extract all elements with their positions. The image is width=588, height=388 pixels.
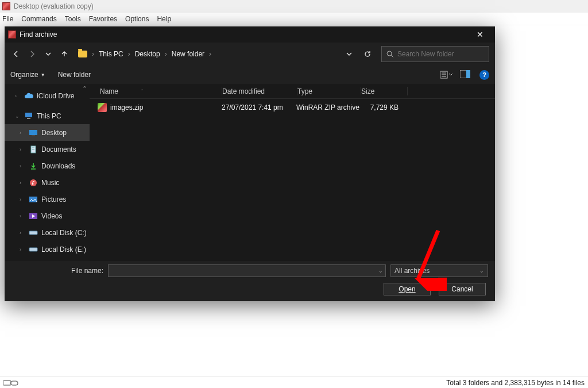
music-icon: [29, 178, 38, 187]
chevron-right-icon: ›: [20, 130, 25, 136]
tree-documents[interactable]: › Documents: [5, 141, 90, 157]
tool-row: Organize ▼ New folder ?: [5, 66, 495, 84]
tree-scroll-up-icon[interactable]: ⌃: [82, 85, 87, 93]
search-box[interactable]: [381, 46, 489, 62]
cloud-icon: [24, 91, 33, 101]
parent-window-title: Desktop (evaluation copy): [14, 2, 94, 10]
nav-forward-button[interactable]: [26, 48, 38, 60]
tree-local-disk-c[interactable]: › Local Disk (C:): [5, 224, 90, 241]
menu-tools[interactable]: Tools: [65, 15, 81, 23]
file-name: images.zip: [110, 103, 143, 112]
svg-rect-0: [3, 381, 10, 385]
menu-file[interactable]: File: [2, 15, 13, 23]
dialog-title: Find archive: [20, 30, 57, 39]
archive-icon: [98, 103, 107, 112]
disk-icon: [29, 245, 38, 254]
chevron-right-icon: ›: [164, 50, 168, 58]
find-archive-dialog: Find archive ✕ › This PC › Desktop › New…: [5, 26, 495, 301]
nav-recent-dropdown[interactable]: [42, 48, 54, 60]
close-button[interactable]: ✕: [469, 26, 492, 43]
view-mode-button[interactable]: [440, 70, 452, 79]
tree-this-pc[interactable]: ⌄ This PC: [5, 107, 90, 124]
organize-menu[interactable]: Organize ▼: [10, 71, 45, 79]
videos-icon: [29, 212, 38, 221]
file-type-combo[interactable]: All archives ⌄: [390, 264, 488, 277]
chevron-right-icon: ›: [127, 50, 131, 58]
nav-back-button[interactable]: [10, 48, 22, 60]
svg-rect-23: [29, 248, 37, 251]
search-input[interactable]: [397, 50, 484, 58]
svg-line-3: [391, 55, 393, 57]
crumb-this-pc[interactable]: This PC: [99, 50, 123, 58]
winrar-icon: [2, 2, 10, 10]
folder-tree[interactable]: ⌃ › iCloud Drive ⌄ This PC ›: [5, 84, 90, 261]
folder-icon: [78, 51, 87, 57]
tree-desktop[interactable]: › Desktop: [5, 124, 90, 141]
chevron-right-icon: ›: [20, 147, 25, 152]
chevron-right-icon: ›: [20, 230, 25, 236]
chevron-right-icon: ›: [91, 50, 95, 58]
document-icon: [29, 145, 38, 154]
parent-menubar[interactable]: File Commands Tools Favorites Options He…: [0, 13, 588, 25]
tree-music[interactable]: › Music: [5, 174, 90, 191]
svg-point-2: [387, 51, 392, 56]
svg-rect-22: [29, 231, 37, 235]
parent-titlebar: Desktop (evaluation copy): [0, 0, 588, 13]
pc-icon: [24, 112, 33, 121]
svg-rect-12: [29, 130, 37, 135]
statusbar: Total 3 folders and 2,383,315 bytes in 1…: [0, 377, 588, 388]
address-dropdown[interactable]: [343, 48, 355, 60]
file-name-combo[interactable]: ⌄: [108, 264, 386, 277]
tree-local-disk-e[interactable]: › Local Disk (E:): [5, 241, 90, 258]
desktop-icon: [29, 128, 38, 137]
menu-help[interactable]: Help: [157, 15, 171, 23]
crumb-new-folder[interactable]: New folder: [172, 50, 204, 58]
file-type: WinRAR ZIP archive: [296, 103, 359, 112]
file-list-pane: Name ˆ Date modified Type Size images.zi…: [90, 84, 495, 261]
svg-point-19: [32, 183, 34, 185]
file-size: 7,729 KB: [359, 103, 405, 112]
chevron-right-icon: ›: [20, 197, 25, 202]
svg-point-18: [30, 179, 37, 186]
tree-icloud-drive[interactable]: › iCloud Drive: [5, 87, 90, 104]
chevron-right-icon: ›: [15, 93, 21, 99]
download-icon: [29, 162, 38, 171]
open-button[interactable]: Open: [384, 283, 431, 295]
file-rows[interactable]: images.zip 27/07/2021 7:41 pm WinRAR ZIP…: [90, 99, 495, 261]
col-name[interactable]: Name: [100, 87, 118, 95]
nav-up-button[interactable]: [59, 48, 70, 60]
chevron-right-icon: ›: [20, 247, 25, 252]
preview-pane-button[interactable]: [460, 70, 471, 79]
tree-pictures[interactable]: › Pictures: [5, 191, 90, 208]
tree-videos[interactable]: › Videos: [5, 208, 90, 224]
col-date[interactable]: Date modified: [222, 87, 265, 95]
menu-favorites[interactable]: Favorites: [89, 15, 117, 23]
refresh-button[interactable]: [362, 48, 373, 60]
cancel-button[interactable]: Cancel: [439, 283, 486, 295]
menu-options[interactable]: Options: [125, 15, 149, 23]
dialog-titlebar[interactable]: Find archive ✕: [5, 26, 495, 43]
file-date: 27/07/2021 7:41 pm: [222, 103, 296, 112]
column-headers[interactable]: Name ˆ Date modified Type Size: [90, 84, 495, 99]
tree-downloads[interactable]: › Downloads: [5, 157, 90, 174]
svg-rect-11: [27, 118, 30, 119]
status-icons: [3, 379, 20, 386]
search-icon: [386, 51, 394, 58]
address-bar[interactable]: › This PC › Desktop › New folder ›: [75, 46, 377, 62]
new-folder-button[interactable]: New folder: [58, 71, 91, 79]
sort-indicator-icon: ˆ: [141, 89, 143, 94]
chevron-right-icon: ›: [20, 180, 25, 186]
menu-commands[interactable]: Commands: [21, 15, 56, 23]
nav-row: › This PC › Desktop › New folder ›: [5, 43, 495, 66]
chevron-right-icon: ›: [20, 163, 25, 169]
help-button[interactable]: ?: [479, 70, 489, 80]
file-row[interactable]: images.zip 27/07/2021 7:41 pm WinRAR ZIP…: [90, 99, 495, 116]
chevron-right-icon: ›: [208, 50, 212, 58]
winrar-icon: [8, 30, 16, 39]
dialog-footer: File name: ⌄ All archives ⌄ Open Cancel: [5, 261, 495, 301]
chevron-down-icon: ⌄: [15, 113, 21, 119]
col-type[interactable]: Type: [297, 87, 312, 95]
col-size[interactable]: Size: [361, 87, 374, 95]
crumb-desktop[interactable]: Desktop: [135, 50, 160, 58]
file-name-label: File name:: [11, 267, 103, 275]
